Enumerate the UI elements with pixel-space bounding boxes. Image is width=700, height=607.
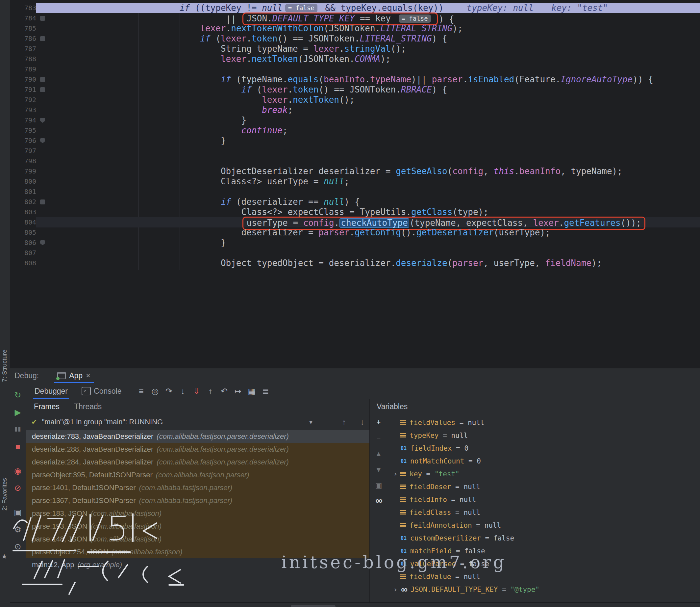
code-line-787[interactable]: 787 String typeName = lexer.stringVal();	[10, 44, 700, 54]
variable-row[interactable]: ›key = "test"	[391, 467, 700, 480]
mute-breakpoints-icon[interactable]: ⊘	[10, 479, 26, 496]
move-watch-down-icon[interactable]: ▼	[375, 465, 382, 474]
code-line-791[interactable]: 791 if (lexer.token() == JSONToken.RBRAC…	[10, 85, 700, 95]
code-line-802[interactable]: 802 if (deserializer == null) {	[10, 197, 700, 207]
code-line-789[interactable]: 789	[10, 64, 700, 75]
hamburger-menu-icon[interactable]: ≡	[135, 386, 147, 396]
expand-chevron[interactable]: ›	[391, 470, 400, 478]
code-editor[interactable]: 783 if ((typeKey != null= false && typeK…	[10, 0, 700, 368]
stack-frame[interactable]: deserialze:288, JavaBeanDeserializer(com…	[26, 443, 369, 456]
resume-program-icon[interactable]: ▶	[10, 403, 26, 421]
code-line-801[interactable]: 801	[10, 187, 700, 197]
code-line-793[interactable]: 793 break;	[10, 105, 700, 115]
code-line-804[interactable]: 804 userType = config.checkAutoType(type…	[10, 217, 700, 228]
fold-icon[interactable]	[40, 36, 45, 41]
code-line-785[interactable]: 785 lexer.nextTokenWithColon(JSONToken.L…	[10, 23, 700, 34]
code-line-794[interactable]: 794 }	[10, 115, 700, 125]
drop-frame-icon[interactable]: ↶	[218, 386, 230, 396]
move-watch-up-icon[interactable]: ▲	[375, 449, 382, 458]
step-out-icon[interactable]: ↑	[204, 386, 216, 396]
view-breakpoints-icon[interactable]: ◉	[10, 462, 26, 479]
toolwindow-button-5-debug[interactable]: 5: Debug	[291, 605, 335, 607]
code-line-784[interactable]: 784 || JSON.DEFAULT_TYPE_KEY == key = fa…	[10, 13, 700, 23]
variable-row[interactable]: feildAnnotation = null	[391, 519, 700, 531]
variable-row[interactable]: 01notMatchCount = 0	[391, 455, 700, 467]
gutter-cell	[36, 258, 49, 268]
code-line-805[interactable]: 805 deserializer = parser.getConfig().ge…	[10, 228, 700, 238]
fold-icon[interactable]	[40, 240, 45, 245]
tab-frames[interactable]: Frames	[34, 402, 60, 411]
run-to-cursor-icon[interactable]: ↦	[232, 386, 244, 396]
variable-row[interactable]: fieldInfo = null	[391, 493, 700, 506]
toolwindow-button-todo[interactable]: TODO	[213, 606, 241, 607]
code-line-795[interactable]: 795 continue;	[10, 125, 700, 135]
code-line-806[interactable]: 806 }	[10, 238, 700, 248]
code-line-799[interactable]: 799 ObjectDeserializer deserializer = ge…	[10, 166, 700, 176]
code-line-800[interactable]: 800 Class<?> userType = null;	[10, 176, 700, 187]
fold-icon[interactable]	[40, 118, 45, 123]
step-into-icon[interactable]: ↓	[177, 386, 189, 396]
pause-program-icon[interactable]: ▮▮	[10, 421, 26, 438]
step-over-icon[interactable]: ↷	[163, 386, 175, 396]
fold-icon[interactable]	[40, 16, 45, 21]
force-step-into-icon[interactable]: ⇓	[191, 386, 202, 396]
code-line-796[interactable]: 796 }	[10, 135, 700, 146]
thread-selector[interactable]: ✔ "main"@1 in group "main": RUNNING ▾ ↑ …	[26, 414, 369, 430]
tab-debugger[interactable]: Debugger	[32, 383, 70, 399]
code-line-807[interactable]: 807	[10, 248, 700, 258]
rerun-debug-icon[interactable]: ↻	[10, 386, 26, 403]
tab-threads[interactable]: Threads	[74, 402, 102, 411]
toolwindow-button-6-problems[interactable]: 6: Problems	[117, 606, 163, 607]
variable-row[interactable]: fieldClass = null	[391, 506, 700, 519]
toolwindow-button-terminal[interactable]: Terminal	[385, 606, 420, 607]
line-number: 802	[10, 197, 36, 207]
duplicate-watch-icon[interactable]: ▣	[375, 481, 382, 490]
fold-icon[interactable]	[40, 77, 45, 82]
toolwindow-button-build[interactable]: Build	[554, 606, 578, 607]
stack-frame[interactable]: parse:1367, DefaultJSONParser(com.alibab…	[26, 494, 369, 507]
code-line-788[interactable]: 788 lexer.nextToken(JSONToken.COMMA);	[10, 54, 700, 64]
favorites-star-icon[interactable]: ★	[1, 552, 7, 560]
variable-name: fieldIndex	[410, 444, 452, 452]
layout-settings-icon[interactable]: ≣	[260, 386, 271, 396]
sidebar-item-structure[interactable]: 7: Structure	[1, 350, 8, 382]
fold-icon[interactable]	[40, 138, 45, 143]
previous-frame-icon[interactable]: ↑	[342, 418, 346, 426]
tab-console[interactable]: >_ Console	[79, 383, 124, 399]
toolwindow-button-9-git[interactable]: 9: Git	[43, 606, 68, 607]
stop-program-icon[interactable]: ■	[10, 438, 26, 455]
next-frame-icon[interactable]: ↓	[360, 418, 365, 426]
fold-icon[interactable]	[40, 200, 45, 204]
variable-row[interactable]: fieldValues = null	[391, 416, 700, 429]
code-line-798[interactable]: 798	[10, 156, 700, 166]
sidebar-item-favorites[interactable]: 2: Favorites	[1, 478, 8, 510]
variable-row[interactable]: fieldDeser = null	[391, 480, 700, 493]
code-line-808[interactable]: 808 Object typedObject = deserializer.de…	[10, 258, 700, 268]
variable-row[interactable]: ›ooJSON.DEFAULT_TYPE_KEY = "@type"	[391, 583, 700, 596]
code-line-790[interactable]: 790 if (typeName.equals(beanInfo.typeNam…	[10, 75, 700, 85]
expand-chevron[interactable]: ›	[391, 586, 400, 593]
line-number: 808	[10, 258, 36, 268]
layout-grid-icon[interactable]: ▦	[246, 386, 258, 396]
add-watch-icon[interactable]: +	[377, 418, 381, 426]
code-line-797[interactable]: 797	[10, 146, 700, 156]
code-line-803[interactable]: 803 Class<?> expectClass = TypeUtils.get…	[10, 207, 700, 217]
tab-app-session[interactable]: App ×	[52, 368, 95, 383]
stack-frame[interactable]: deserialze:783, JavaBeanDeserializer(com…	[26, 430, 369, 443]
variable-row[interactable]: 01customDeserilizer = false	[391, 531, 700, 544]
fold-icon[interactable]	[40, 87, 45, 92]
stack-frame[interactable]: parseObject:395, DefaultJSONParser(com.a…	[26, 468, 369, 481]
stack-frame[interactable]: parse:1401, DefaultJSONParser(com.alibab…	[26, 481, 369, 494]
code-line-792[interactable]: 792 lexer.nextToken();	[10, 95, 700, 105]
variable-row[interactable]: 01fieldIndex = 0	[391, 442, 700, 455]
show-execution-point-icon[interactable]: ◎	[149, 386, 161, 396]
close-icon[interactable]: ×	[86, 372, 90, 379]
code-line-783[interactable]: 783 if ((typeKey != null= false && typeK…	[10, 3, 700, 13]
code-line-786[interactable]: 786 if (lexer.token() == JSONToken.LITER…	[10, 34, 700, 44]
show-watches-icon[interactable]: oo	[375, 497, 381, 504]
toolwindow-button-services[interactable]: Services	[469, 606, 505, 607]
chevron-down-icon[interactable]: ▾	[309, 418, 312, 426]
remove-watch-icon[interactable]: −	[377, 434, 381, 442]
variable-row[interactable]: typeKey = null	[391, 429, 700, 442]
stack-frame[interactable]: deserialze:284, JavaBeanDeserializer(com…	[26, 456, 369, 468]
